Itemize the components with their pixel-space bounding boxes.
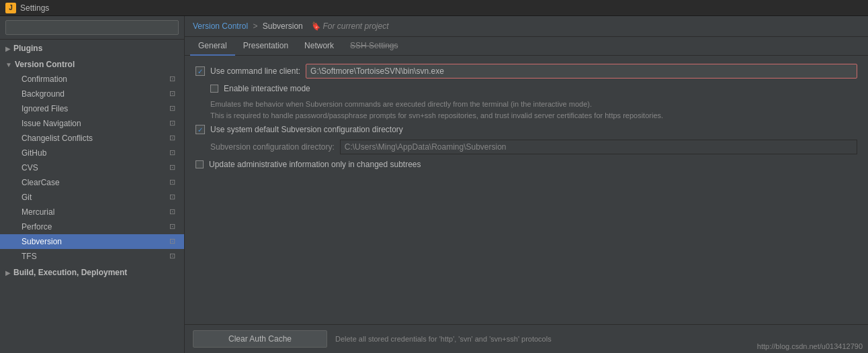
- command-line-client-input[interactable]: [306, 64, 857, 79]
- project-tag: 🔖 For current project: [310, 21, 388, 31]
- copy-icon: ⊡: [169, 89, 179, 99]
- settings-content: Use command line client: Enable interact…: [185, 56, 868, 324]
- copy-icon: ⊡: [169, 252, 179, 261]
- copy-icon: ⊡: [169, 74, 179, 84]
- update-admin-info-row: Update administrative information only i…: [196, 160, 857, 169]
- breadcrumb-separator: >: [253, 21, 259, 31]
- sidebar-item-label: Git: [21, 193, 32, 202]
- sidebar-item-subversion[interactable]: Subversion ⊡: [0, 234, 184, 249]
- use-command-line-client-row: Use command line client:: [196, 64, 857, 79]
- sidebar-item-label: CVS: [21, 163, 38, 172]
- sidebar-item-label: TFS: [21, 252, 37, 261]
- search-box: [0, 16, 184, 40]
- main-container: ▶ Plugins ▼ Version Control Confirmation…: [0, 16, 868, 353]
- watermark: http://blog.csdn.net/u013412790: [757, 342, 863, 350]
- copy-icon: ⊡: [169, 148, 179, 158]
- copy-icon: ⊡: [169, 178, 179, 187]
- sidebar-item-changelist-conflicts[interactable]: Changelist Conflicts ⊡: [0, 131, 184, 146]
- app-icon: J: [5, 3, 16, 13]
- tab-general[interactable]: General: [190, 37, 235, 56]
- sidebar-item-clearcase[interactable]: ClearCase ⊡: [0, 175, 184, 190]
- tab-ssh-settings[interactable]: SSH Settings: [342, 37, 406, 56]
- sidebar-item-git[interactable]: Git ⊡: [0, 190, 184, 205]
- breadcrumb: Version Control > Subversion 🔖 For curre…: [185, 16, 868, 37]
- use-system-default-label[interactable]: Use system default Subversion configurat…: [210, 125, 403, 134]
- sidebar-group-build[interactable]: ▶ Build, Execution, Deployment: [0, 264, 184, 280]
- copy-icon: ⊡: [169, 193, 179, 202]
- use-command-line-client-label[interactable]: Use command line client:: [210, 66, 300, 76]
- sidebar-item-label: ClearCase: [21, 178, 60, 187]
- sidebar-item-ignored-files[interactable]: Ignored Files ⊡: [0, 101, 184, 116]
- enable-interactive-mode-row: Enable interactive mode: [210, 84, 857, 93]
- tabs: General Presentation Network SSH Setting…: [185, 37, 868, 56]
- copy-icon: ⊡: [169, 207, 179, 217]
- copy-icon: ⊡: [169, 134, 179, 143]
- sidebar-item-label: Issue Navigation: [21, 119, 81, 128]
- use-command-line-client-checkbox[interactable]: [196, 66, 205, 76]
- config-directory-label: Subversion configuration directory:: [210, 142, 335, 152]
- tab-presentation[interactable]: Presentation: [235, 37, 296, 56]
- sidebar-item-label: Changelist Conflicts: [21, 134, 93, 143]
- config-directory-row: Subversion configuration directory:: [210, 140, 857, 154]
- title-bar: J Settings: [0, 0, 868, 16]
- search-input[interactable]: [5, 20, 179, 35]
- enable-interactive-mode-checkbox[interactable]: [210, 85, 218, 93]
- copy-icon: ⊡: [169, 119, 179, 128]
- build-arrow-icon: ▶: [5, 269, 11, 276]
- content-area: Version Control > Subversion 🔖 For curre…: [185, 16, 868, 353]
- plugins-arrow-icon: ▶: [5, 45, 11, 52]
- update-admin-info-label[interactable]: Update administrative information only i…: [209, 160, 421, 169]
- sidebar-item-label: Subversion: [21, 237, 62, 246]
- window-title: Settings: [20, 3, 49, 13]
- clear-auth-cache-button[interactable]: Clear Auth Cache: [193, 330, 327, 348]
- vc-arrow-icon: ▼: [5, 61, 12, 68]
- sidebar-item-tfs[interactable]: TFS ⊡: [0, 249, 184, 264]
- sidebar-item-label: Confirmation: [21, 74, 67, 84]
- sidebar-item-label: Perforce: [21, 222, 52, 232]
- vc-group-label: Version Control: [15, 60, 75, 69]
- sidebar-item-label: Background: [21, 89, 64, 99]
- breadcrumb-version-control[interactable]: Version Control: [193, 21, 248, 31]
- config-directory-input[interactable]: [340, 140, 857, 154]
- sidebar: ▶ Plugins ▼ Version Control Confirmation…: [0, 16, 185, 353]
- copy-icon: ⊡: [169, 163, 179, 172]
- interactive-mode-description: Emulates the behavior when Subversion co…: [210, 99, 857, 121]
- sidebar-section-plugins: ▶ Plugins: [0, 40, 184, 56]
- update-admin-info-checkbox[interactable]: [196, 160, 204, 168]
- sidebar-item-background[interactable]: Background ⊡: [0, 87, 184, 101]
- sidebar-item-github[interactable]: GitHub ⊡: [0, 146, 184, 160]
- sidebar-section-build: ▶ Build, Execution, Deployment: [0, 264, 184, 280]
- sidebar-item-confirmation[interactable]: Confirmation ⊡: [0, 72, 184, 87]
- copy-icon: ⊡: [169, 104, 179, 113]
- sidebar-group-plugins[interactable]: ▶ Plugins: [0, 40, 184, 56]
- build-group-label: Build, Execution, Deployment: [13, 268, 127, 277]
- use-system-default-row: Use system default Subversion configurat…: [196, 125, 857, 134]
- plugins-group-label: Plugins: [13, 44, 42, 53]
- sidebar-item-perforce[interactable]: Perforce ⊡: [0, 219, 184, 234]
- sidebar-item-mercurial[interactable]: Mercurial ⊡: [0, 205, 184, 219]
- tab-network[interactable]: Network: [296, 37, 342, 56]
- copy-icon: ⊡: [169, 222, 179, 232]
- sidebar-item-issue-navigation[interactable]: Issue Navigation ⊡: [0, 116, 184, 131]
- breadcrumb-subversion: Subversion: [263, 21, 303, 31]
- sidebar-group-version-control[interactable]: ▼ Version Control: [0, 56, 184, 72]
- sidebar-item-cvs[interactable]: CVS ⊡: [0, 160, 184, 175]
- copy-icon: ⊡: [169, 237, 179, 246]
- sidebar-section-version-control: ▼ Version Control Confirmation ⊡ Backgro…: [0, 56, 184, 264]
- sidebar-item-label: GitHub: [21, 148, 46, 158]
- clear-cache-note: Delete all stored credentials for 'http'…: [335, 335, 552, 343]
- enable-interactive-mode-label[interactable]: Enable interactive mode: [224, 84, 310, 93]
- sidebar-item-label: Ignored Files: [21, 104, 68, 113]
- use-system-default-checkbox[interactable]: [196, 125, 205, 134]
- sidebar-item-label: Mercurial: [21, 207, 54, 217]
